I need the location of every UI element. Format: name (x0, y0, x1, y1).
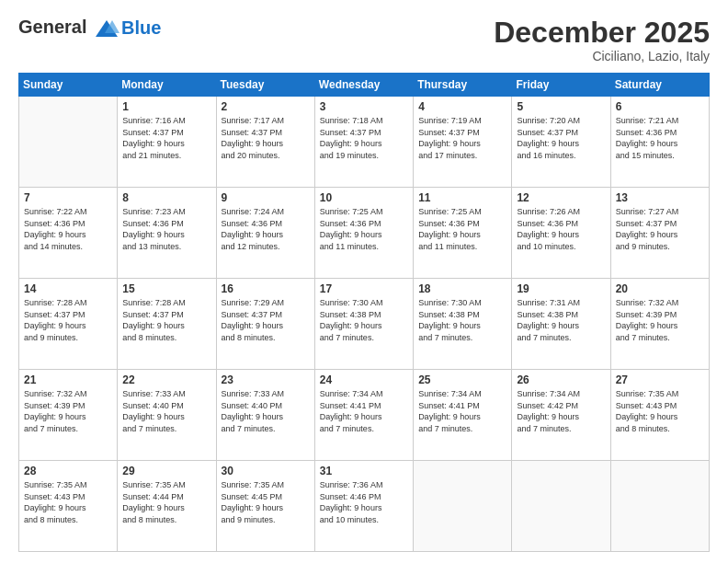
calendar-cell (414, 461, 512, 552)
calendar-week-row-4: 21Sunrise: 7:32 AM Sunset: 4:39 PM Dayli… (19, 370, 710, 461)
col-wednesday: Wednesday (314, 74, 413, 97)
calendar-cell: 31Sunrise: 7:36 AM Sunset: 4:46 PM Dayli… (314, 461, 413, 552)
calendar-cell: 2Sunrise: 7:17 AM Sunset: 4:37 PM Daylig… (216, 97, 314, 188)
page: General Blue December 2025 Ciciliano, La… (0, 0, 728, 563)
calendar-cell: 15Sunrise: 7:28 AM Sunset: 4:37 PM Dayli… (118, 279, 216, 370)
col-friday: Friday (512, 74, 610, 97)
day-number: 7 (24, 191, 112, 204)
day-number: 11 (418, 191, 506, 204)
day-number: 20 (616, 282, 704, 295)
day-info: Sunrise: 7:26 AM Sunset: 4:36 PM Dayligh… (517, 206, 605, 252)
day-info: Sunrise: 7:25 AM Sunset: 4:36 PM Dayligh… (320, 206, 408, 252)
day-info: Sunrise: 7:18 AM Sunset: 4:37 PM Dayligh… (320, 115, 408, 161)
header: General Blue December 2025 Ciciliano, La… (18, 17, 710, 63)
calendar-cell (610, 461, 709, 552)
logo: General Blue (18, 17, 161, 39)
day-number: 5 (517, 100, 605, 113)
day-info: Sunrise: 7:34 AM Sunset: 4:42 PM Dayligh… (517, 388, 605, 434)
calendar-cell: 26Sunrise: 7:34 AM Sunset: 4:42 PM Dayli… (512, 370, 610, 461)
day-info: Sunrise: 7:25 AM Sunset: 4:36 PM Dayligh… (418, 206, 506, 252)
calendar-cell: 19Sunrise: 7:31 AM Sunset: 4:38 PM Dayli… (512, 279, 610, 370)
logo-blue: Blue (121, 17, 161, 38)
day-info: Sunrise: 7:35 AM Sunset: 4:44 PM Dayligh… (122, 479, 210, 525)
calendar-week-row-1: 1Sunrise: 7:16 AM Sunset: 4:37 PM Daylig… (19, 97, 710, 188)
calendar-cell: 30Sunrise: 7:35 AM Sunset: 4:45 PM Dayli… (216, 461, 314, 552)
logo-general: General (18, 17, 86, 37)
day-number: 3 (320, 100, 408, 113)
calendar-cell: 23Sunrise: 7:33 AM Sunset: 4:40 PM Dayli… (216, 370, 314, 461)
day-number: 19 (517, 282, 605, 295)
day-number: 24 (320, 373, 408, 386)
calendar-cell: 12Sunrise: 7:26 AM Sunset: 4:36 PM Dayli… (512, 188, 610, 279)
day-info: Sunrise: 7:27 AM Sunset: 4:37 PM Dayligh… (616, 206, 704, 252)
day-number: 2 (222, 100, 310, 113)
calendar-cell: 13Sunrise: 7:27 AM Sunset: 4:37 PM Dayli… (610, 188, 709, 279)
day-number: 12 (517, 191, 605, 204)
day-number: 4 (418, 100, 506, 113)
day-number: 21 (24, 373, 112, 386)
title-block: December 2025 Ciciliano, Lazio, Italy (494, 17, 710, 63)
calendar-cell: 11Sunrise: 7:25 AM Sunset: 4:36 PM Dayli… (414, 188, 512, 279)
day-info: Sunrise: 7:30 AM Sunset: 4:38 PM Dayligh… (418, 297, 506, 343)
day-info: Sunrise: 7:23 AM Sunset: 4:36 PM Dayligh… (122, 206, 210, 252)
calendar-cell: 25Sunrise: 7:34 AM Sunset: 4:41 PM Dayli… (414, 370, 512, 461)
calendar-cell: 6Sunrise: 7:21 AM Sunset: 4:36 PM Daylig… (610, 97, 709, 188)
calendar-cell: 21Sunrise: 7:32 AM Sunset: 4:39 PM Dayli… (19, 370, 118, 461)
location-subtitle: Ciciliano, Lazio, Italy (494, 49, 710, 63)
calendar-cell: 28Sunrise: 7:35 AM Sunset: 4:43 PM Dayli… (19, 461, 118, 552)
day-number: 17 (320, 282, 408, 295)
calendar-cell: 5Sunrise: 7:20 AM Sunset: 4:37 PM Daylig… (512, 97, 610, 188)
calendar-week-row-5: 28Sunrise: 7:35 AM Sunset: 4:43 PM Dayli… (19, 461, 710, 552)
day-number: 23 (222, 373, 310, 386)
day-number: 27 (616, 373, 704, 386)
day-info: Sunrise: 7:29 AM Sunset: 4:37 PM Dayligh… (222, 297, 310, 343)
day-number: 8 (122, 191, 210, 204)
calendar-week-row-3: 14Sunrise: 7:28 AM Sunset: 4:37 PM Dayli… (19, 279, 710, 370)
day-info: Sunrise: 7:16 AM Sunset: 4:37 PM Dayligh… (122, 115, 210, 161)
day-number: 25 (418, 373, 506, 386)
day-info: Sunrise: 7:32 AM Sunset: 4:39 PM Dayligh… (24, 388, 112, 434)
day-number: 16 (222, 282, 310, 295)
day-number: 6 (616, 100, 704, 113)
col-tuesday: Tuesday (216, 74, 314, 97)
day-info: Sunrise: 7:32 AM Sunset: 4:39 PM Dayligh… (616, 297, 704, 343)
day-info: Sunrise: 7:28 AM Sunset: 4:37 PM Dayligh… (122, 297, 210, 343)
month-year-title: December 2025 (494, 17, 710, 49)
day-number: 22 (122, 373, 210, 386)
calendar-cell: 4Sunrise: 7:19 AM Sunset: 4:37 PM Daylig… (414, 97, 512, 188)
day-info: Sunrise: 7:31 AM Sunset: 4:38 PM Dayligh… (517, 297, 605, 343)
calendar-cell: 10Sunrise: 7:25 AM Sunset: 4:36 PM Dayli… (314, 188, 413, 279)
day-number: 15 (122, 282, 210, 295)
day-info: Sunrise: 7:20 AM Sunset: 4:37 PM Dayligh… (517, 115, 605, 161)
calendar-header-row: Sunday Monday Tuesday Wednesday Thursday… (19, 74, 710, 97)
day-number: 30 (222, 465, 310, 477)
day-number: 10 (320, 191, 408, 204)
col-saturday: Saturday (610, 74, 709, 97)
col-monday: Monday (118, 74, 216, 97)
day-number: 9 (222, 191, 310, 204)
calendar-cell: 24Sunrise: 7:34 AM Sunset: 4:41 PM Dayli… (314, 370, 413, 461)
calendar-cell: 14Sunrise: 7:28 AM Sunset: 4:37 PM Dayli… (19, 279, 118, 370)
day-number: 18 (418, 282, 506, 295)
day-info: Sunrise: 7:35 AM Sunset: 4:45 PM Dayligh… (222, 479, 310, 525)
day-info: Sunrise: 7:33 AM Sunset: 4:40 PM Dayligh… (122, 388, 210, 434)
calendar-table: Sunday Monday Tuesday Wednesday Thursday… (18, 73, 710, 552)
day-info: Sunrise: 7:28 AM Sunset: 4:37 PM Dayligh… (24, 297, 112, 343)
logo-icon (94, 18, 119, 39)
calendar-cell: 9Sunrise: 7:24 AM Sunset: 4:36 PM Daylig… (216, 188, 314, 279)
day-number: 1 (122, 100, 210, 113)
calendar-cell (19, 97, 118, 188)
day-info: Sunrise: 7:17 AM Sunset: 4:37 PM Dayligh… (222, 115, 310, 161)
calendar-cell (512, 461, 610, 552)
col-sunday: Sunday (19, 74, 118, 97)
calendar-week-row-2: 7Sunrise: 7:22 AM Sunset: 4:36 PM Daylig… (19, 188, 710, 279)
day-info: Sunrise: 7:21 AM Sunset: 4:36 PM Dayligh… (616, 115, 704, 161)
calendar-cell: 16Sunrise: 7:29 AM Sunset: 4:37 PM Dayli… (216, 279, 314, 370)
calendar-cell: 22Sunrise: 7:33 AM Sunset: 4:40 PM Dayli… (118, 370, 216, 461)
day-info: Sunrise: 7:35 AM Sunset: 4:43 PM Dayligh… (616, 388, 704, 434)
calendar-cell: 29Sunrise: 7:35 AM Sunset: 4:44 PM Dayli… (118, 461, 216, 552)
day-info: Sunrise: 7:34 AM Sunset: 4:41 PM Dayligh… (320, 388, 408, 434)
day-info: Sunrise: 7:24 AM Sunset: 4:36 PM Dayligh… (222, 206, 310, 252)
day-info: Sunrise: 7:33 AM Sunset: 4:40 PM Dayligh… (222, 388, 310, 434)
calendar-cell: 18Sunrise: 7:30 AM Sunset: 4:38 PM Dayli… (414, 279, 512, 370)
